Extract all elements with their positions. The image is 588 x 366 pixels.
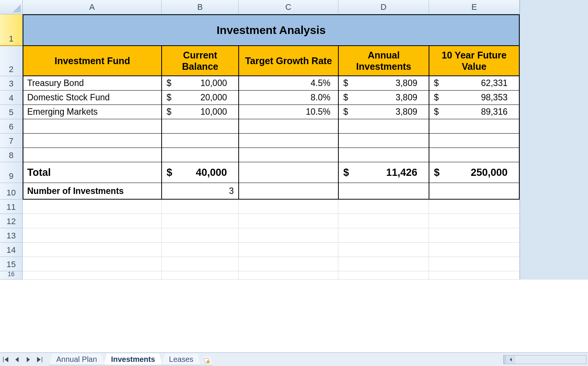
cell-A15[interactable] [23,257,162,271]
row-header-7[interactable]: 7 [0,134,23,148]
sheet-grid[interactable]: A B C D E 1 Investment Analysis 2 Invest… [0,0,588,352]
cell-E9[interactable]: $250,000 [429,162,520,183]
cell-A6[interactable] [23,119,162,134]
cell-D4[interactable]: $3,809 [338,91,429,105]
cell-E3[interactable]: $62,331 [429,76,520,91]
cell-C12[interactable] [239,214,338,228]
cell-B5[interactable]: $10,000 [162,105,239,119]
cell-C15[interactable] [239,257,338,271]
col-header-E[interactable]: E [429,0,520,14]
cell-A8[interactable] [23,148,162,162]
next-sheet-button[interactable] [23,355,33,364]
cell-C5[interactable]: 10.5% [239,105,338,119]
col-header-A[interactable]: A [23,0,162,14]
cell-B9[interactable]: $40,000 [162,162,239,183]
cell-E14[interactable] [429,243,520,257]
last-sheet-button[interactable] [35,355,45,364]
cell-E6[interactable] [429,119,520,134]
row-header-13[interactable]: 13 [0,228,23,243]
cell-E15[interactable] [429,257,520,271]
cell-C8[interactable] [239,148,338,162]
cell-A14[interactable] [23,243,162,257]
cell-D7[interactable] [338,134,429,148]
row-header-9[interactable]: 9 [0,162,23,183]
cell-C3[interactable]: 4.5% [239,76,338,91]
cell-A11[interactable] [23,200,162,214]
cell-B13[interactable] [162,228,239,243]
cell-E8[interactable] [429,148,520,162]
cell-D15[interactable] [338,257,429,271]
row-header-14[interactable]: 14 [0,243,23,257]
tab-leases[interactable]: Leases [162,354,201,365]
cell-C4[interactable]: 8.0% [239,91,338,105]
cell-A12[interactable] [23,214,162,228]
header-future[interactable]: 10 Year Future Value [429,46,520,76]
cell-E10[interactable] [429,183,520,200]
cell-B7[interactable] [162,134,239,148]
cell-E16[interactable] [429,271,520,280]
cell-A10-count-label[interactable]: Number of Investments [23,183,162,200]
cell-C16[interactable] [239,271,338,280]
cell-C11[interactable] [239,200,338,214]
cell-E5[interactable]: $89,316 [429,105,520,119]
cell-C6[interactable] [239,119,338,134]
cell-E11[interactable] [429,200,520,214]
first-sheet-button[interactable] [1,355,11,364]
cell-B11[interactable] [162,200,239,214]
cell-B15[interactable] [162,257,239,271]
select-all-corner[interactable] [0,0,23,14]
row-header-1[interactable]: 1 [0,14,23,46]
cell-E13[interactable] [429,228,520,243]
cell-A3[interactable]: Treasury Bond [23,76,162,91]
cell-A9-total-label[interactable]: Total [23,162,162,183]
cell-A13[interactable] [23,228,162,243]
tab-investments[interactable]: Investments [104,354,162,365]
cell-B6[interactable] [162,119,239,134]
header-balance[interactable]: Current Balance [162,46,239,76]
cell-D10[interactable] [338,183,429,200]
row-header-16[interactable]: 16 [0,271,23,280]
row-header-15[interactable]: 15 [0,257,23,271]
cell-E7[interactable] [429,134,520,148]
cell-B8[interactable] [162,148,239,162]
title-cell[interactable]: Investment Analysis [23,14,520,46]
cell-C10[interactable] [239,183,338,200]
cell-B16[interactable] [162,271,239,280]
cell-A16[interactable] [23,271,162,280]
cell-E12[interactable] [429,214,520,228]
cell-A4[interactable]: Domestic Stock Fund [23,91,162,105]
cell-D8[interactable] [338,148,429,162]
cell-D3[interactable]: $3,809 [338,76,429,91]
splitter-handle[interactable] [504,355,506,364]
cell-B3[interactable]: $10,000 [162,76,239,91]
cell-B14[interactable] [162,243,239,257]
row-header-11[interactable]: 11 [0,200,23,214]
tab-annual-plan[interactable]: Annual Plan [49,354,104,365]
header-fund[interactable]: Investment Fund [23,46,162,76]
cell-C14[interactable] [239,243,338,257]
header-annual[interactable]: Annual Investments [338,46,429,76]
row-header-3[interactable]: 3 [0,76,23,91]
cell-D12[interactable] [338,214,429,228]
col-header-C[interactable]: C [239,0,338,14]
cell-D5[interactable]: $3,809 [338,105,429,119]
cell-D14[interactable] [338,243,429,257]
cell-D9[interactable]: $11,426 [338,162,429,183]
row-header-10[interactable]: 10 [0,183,23,200]
header-rate[interactable]: Target Growth Rate [239,46,338,76]
cell-B10[interactable]: 3 [162,183,239,200]
new-sheet-button[interactable] [202,356,212,365]
row-header-12[interactable]: 12 [0,214,23,228]
row-header-4[interactable]: 4 [0,91,23,105]
cell-D16[interactable] [338,271,429,280]
cell-D13[interactable] [338,228,429,243]
cell-E4[interactable]: $98,353 [429,91,520,105]
prev-sheet-button[interactable] [12,355,22,364]
cell-C7[interactable] [239,134,338,148]
row-header-8[interactable]: 8 [0,148,23,162]
cell-D6[interactable] [338,119,429,134]
col-header-B[interactable]: B [162,0,239,14]
cell-D11[interactable] [338,200,429,214]
cell-C13[interactable] [239,228,338,243]
cell-A7[interactable] [23,134,162,148]
